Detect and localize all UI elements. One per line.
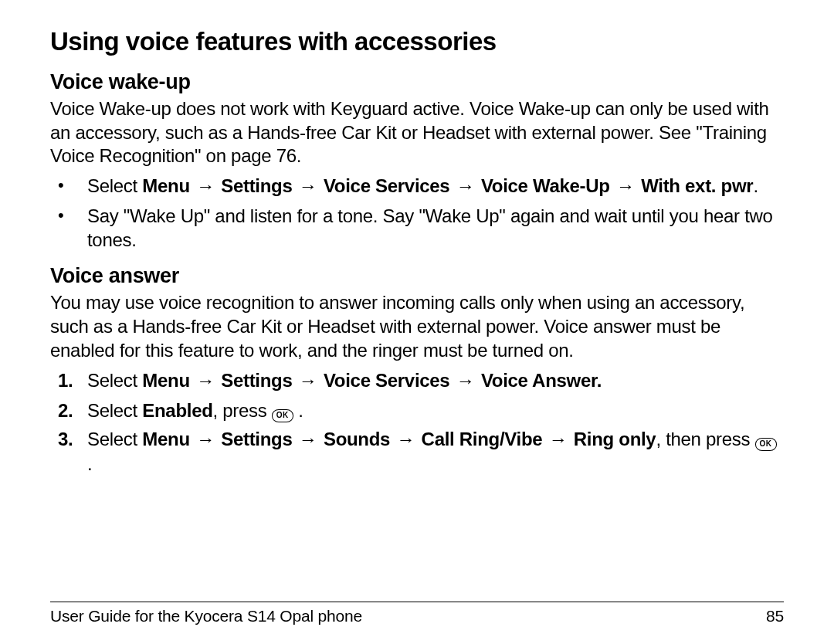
arrow-right-icon: → — [615, 175, 636, 198]
voice-answer-steps: Select Menu → Settings → Voice Services … — [58, 368, 784, 476]
arrow-right-icon: → — [195, 175, 216, 198]
list-item: Say "Wake Up" and listen for a tone. Say… — [58, 205, 784, 252]
ok-button-icon: OK — [272, 409, 293, 422]
footer-guide-title: User Guide for the Kyocera S14 Opal phon… — [50, 607, 362, 625]
arrow-right-icon: → — [395, 428, 417, 452]
footer-page-number: 85 — [766, 607, 784, 625]
text: Select — [87, 370, 142, 391]
arrow-right-icon: → — [195, 369, 216, 393]
text: , press — [213, 400, 272, 421]
arrow-right-icon: → — [455, 175, 476, 198]
voice-wakeup-para: Voice Wake-up does not work with Keyguar… — [50, 97, 784, 168]
voice-wakeup-list: Select Menu → Settings → Voice Services … — [58, 175, 784, 252]
text: Select — [87, 429, 142, 449]
arrow-right-icon: → — [195, 428, 216, 452]
voice-answer-para: You may use voice recognition to answer … — [50, 291, 784, 362]
ok-button-icon: OK — [755, 438, 777, 451]
voice-answer-heading: Voice answer — [50, 264, 784, 288]
text: , then press — [656, 429, 754, 449]
menu-path: Menu → Settings → Voice Services → Voice… — [142, 175, 753, 196]
arrow-right-icon: → — [455, 369, 476, 393]
list-item: Select Menu → Settings → Voice Services … — [58, 175, 784, 198]
text: . — [298, 400, 303, 421]
text: Select — [87, 400, 142, 421]
text: Select — [87, 175, 142, 196]
menu-path: Menu → Settings → Sounds → Call Ring/Vib… — [142, 429, 656, 449]
footer-divider — [50, 602, 784, 602]
page-title: Using voice features with accessories — [50, 27, 784, 56]
arrow-right-icon: → — [297, 369, 319, 393]
page-footer: User Guide for the Kyocera S14 Opal phon… — [50, 602, 784, 625]
list-item: Select Menu → Settings → Sounds → Call R… — [58, 427, 784, 476]
arrow-right-icon: → — [548, 428, 569, 452]
arrow-right-icon: → — [297, 175, 319, 198]
menu-path: Menu → Settings → Voice Services → Voice… — [142, 370, 602, 391]
list-item: Select Enabled, press OK . — [58, 398, 784, 422]
list-item: Select Menu → Settings → Voice Services … — [58, 368, 784, 393]
arrow-right-icon: → — [297, 428, 319, 452]
text: Enabled — [142, 400, 212, 421]
text: . — [753, 175, 758, 196]
text: . — [87, 453, 92, 474]
voice-wakeup-heading: Voice wake-up — [50, 70, 784, 94]
